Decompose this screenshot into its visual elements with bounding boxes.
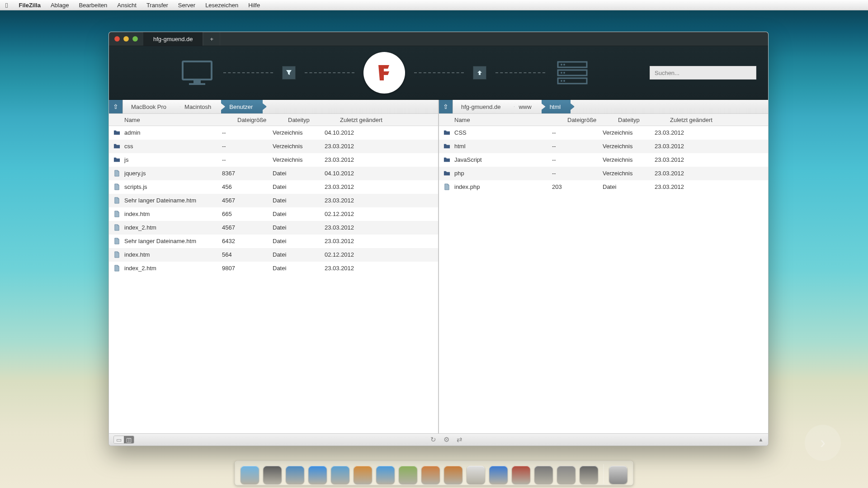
window-minimize-button[interactable] — [123, 36, 129, 42]
app-window: hfg-gmuend.de + — [108, 32, 769, 446]
col-size[interactable]: Dateigröße — [237, 117, 288, 123]
col-type[interactable]: Dateityp — [288, 117, 340, 123]
file-name: CSS — [454, 129, 552, 136]
file-type: Datei — [273, 224, 325, 231]
dock-reminders-icon[interactable] — [444, 466, 462, 484]
folder-icon — [109, 156, 124, 163]
breadcrumb-item[interactable]: www — [510, 100, 541, 113]
file-row[interactable]: Sehr langer Dateiname.htm6432Datei23.03.… — [109, 235, 438, 248]
file-row[interactable]: admin--Verzeichnis04.10.2012 — [109, 126, 438, 140]
menu-item-hilfe[interactable]: Hilfe — [248, 2, 260, 9]
dock-app-1-icon[interactable] — [557, 466, 576, 484]
col-date[interactable]: Zuletzt geändert — [340, 117, 438, 123]
remote-breadcrumbs: ⇧ hfg-gmuend.dewwwhtml — [439, 100, 768, 114]
breadcrumb-item[interactable]: Macintosh — [176, 100, 221, 113]
file-row[interactable]: html--Verzeichnis23.03.2012 — [439, 140, 768, 153]
col-size[interactable]: Dateigröße — [567, 117, 618, 123]
connection-tab[interactable]: hfg-gmuend.de — [143, 32, 203, 46]
file-date: 23.03.2012 — [655, 170, 768, 177]
file-row[interactable]: Sehr langer Dateiname.htm4567Datei23.03.… — [109, 194, 438, 207]
connector-line — [223, 72, 273, 73]
file-name: js — [124, 156, 222, 163]
menu-item-server[interactable]: Server — [178, 2, 195, 9]
dock-photos-icon[interactable] — [399, 466, 417, 484]
file-name: Sehr langer Dateiname.htm — [124, 238, 222, 244]
file-size: 665 — [222, 211, 273, 217]
col-name[interactable]: Name — [439, 117, 567, 123]
breadcrumb-item[interactable]: html — [542, 100, 571, 113]
dock-finder-icon[interactable] — [241, 466, 259, 484]
dock-calendar-icon[interactable] — [354, 466, 372, 484]
menu-item-transfer[interactable]: Transfer — [146, 2, 168, 9]
upload-button[interactable] — [473, 66, 486, 80]
file-row[interactable]: index_2.htm4567Datei23.03.2012 — [109, 221, 438, 235]
status-bar: ▭ ◫ ↻ ⚙ ⇄ ▲ — [109, 433, 768, 446]
dock-cal17-icon[interactable] — [467, 466, 485, 484]
file-row[interactable]: index_2.htm9807Datei23.03.2012 — [109, 262, 438, 275]
menu-app-name[interactable]: FileZilla — [19, 2, 40, 9]
expand-icon[interactable]: ▲ — [758, 436, 764, 443]
local-computer-icon — [180, 59, 214, 87]
file-row[interactable]: JavaScript--Verzeichnis23.03.2012 — [439, 153, 768, 167]
file-row[interactable]: index.htm665Datei02.12.2012 — [109, 207, 438, 221]
file-name: jquery.js — [124, 170, 222, 177]
next-hint-badge-icon: › — [805, 425, 841, 461]
dock — [235, 461, 633, 485]
file-name: css — [124, 143, 222, 150]
breadcrumb-item[interactable]: hfg-gmuend.de — [453, 100, 510, 113]
dock-app-2-icon[interactable] — [580, 466, 598, 484]
dock-app-store-icon[interactable] — [309, 466, 327, 484]
file-browser: ⇧ MacBook ProMacintoshBenutzer Name Date… — [109, 100, 768, 433]
compare-icon[interactable]: ⇄ — [457, 436, 462, 444]
window-close-button[interactable] — [114, 36, 120, 42]
col-date[interactable]: Zuletzt geändert — [670, 117, 768, 123]
file-row[interactable]: index.htm564Datei02.12.2012 — [109, 248, 438, 262]
dock-garageband-icon[interactable] — [512, 466, 530, 484]
dock-launchpad-icon[interactable] — [264, 466, 282, 484]
apple-menu-icon[interactable]:  — [5, 1, 8, 9]
file-row[interactable]: css--Verzeichnis23.03.2012 — [109, 140, 438, 153]
dock-mission-control-icon[interactable] — [286, 466, 304, 484]
menu-item-ansicht[interactable]: Ansicht — [117, 2, 137, 9]
breadcrumb-item[interactable]: Benutzer — [221, 100, 263, 113]
col-type[interactable]: Dateityp — [618, 117, 670, 123]
search-input[interactable] — [650, 66, 756, 80]
file-size: -- — [552, 156, 603, 163]
file-size: -- — [552, 129, 603, 136]
menu-item-lesezeichen[interactable]: Lesezeichen — [205, 2, 238, 9]
file-date: 23.03.2012 — [325, 224, 438, 231]
sync-settings-icon[interactable]: ⚙ — [443, 436, 449, 444]
menu-item-bearbeiten[interactable]: Bearbeiten — [79, 2, 107, 9]
file-type: Verzeichnis — [273, 143, 325, 150]
file-size: -- — [222, 143, 273, 150]
file-row[interactable]: CSS--Verzeichnis23.03.2012 — [439, 126, 768, 140]
file-row[interactable]: php--Verzeichnis23.03.2012 — [439, 167, 768, 180]
breadcrumb-item[interactable]: MacBook Pro — [123, 100, 176, 113]
file-type: Verzeichnis — [273, 156, 325, 163]
dock-mail-icon[interactable] — [331, 466, 349, 484]
menu-item-ablage[interactable]: Ablage — [51, 2, 69, 9]
dock-preferences-icon[interactable] — [535, 466, 553, 484]
file-type: Datei — [273, 197, 325, 204]
view-toggle[interactable]: ▭ ◫ — [113, 436, 134, 444]
dock-itunes-icon[interactable] — [490, 466, 508, 484]
dock-safari-icon[interactable] — [377, 466, 395, 484]
new-tab-button[interactable]: + — [203, 32, 220, 46]
file-name: index.htm — [124, 251, 222, 258]
file-row[interactable]: scripts.js456Datei23.03.2012 — [109, 180, 438, 194]
dock-trash-icon[interactable] — [609, 466, 627, 484]
file-row[interactable]: jquery.js8367Datei04.10.2012 — [109, 167, 438, 180]
col-name[interactable]: Name — [109, 117, 237, 123]
dock-contacts-icon[interactable] — [422, 466, 440, 484]
local-breadcrumbs: ⇧ MacBook ProMacintoshBenutzer — [109, 100, 438, 114]
single-pane-icon[interactable]: ▭ — [114, 436, 124, 443]
window-zoom-button[interactable] — [132, 36, 138, 42]
dual-pane-icon[interactable]: ◫ — [124, 436, 134, 443]
remote-up-button[interactable]: ⇧ — [439, 100, 453, 113]
download-filter-button[interactable] — [282, 66, 296, 80]
remote-server-icon — [554, 59, 590, 86]
file-row[interactable]: index.php203Datei23.03.2012 — [439, 180, 768, 194]
local-up-button[interactable]: ⇧ — [109, 100, 123, 113]
refresh-icon[interactable]: ↻ — [430, 436, 436, 444]
file-row[interactable]: js--Verzeichnis23.03.2012 — [109, 153, 438, 167]
